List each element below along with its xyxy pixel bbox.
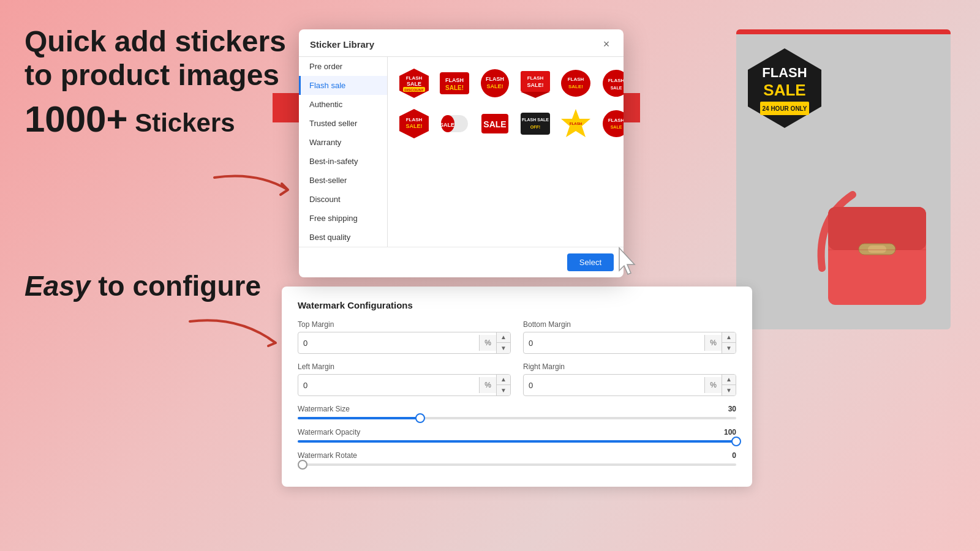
sticker-grid: FLASH SALE DISCOUNT FLASH SALE! FLASH SA…	[388, 57, 624, 247]
watermark-opacity-thumb[interactable]	[731, 437, 741, 446]
product-preview-red-bar	[736, 29, 951, 34]
top-margin-input[interactable]	[298, 335, 479, 351]
svg-text:FLASH SALE: FLASH SALE	[522, 118, 549, 122]
margin-left-right-row: Left Margin % ▲ ▼ Right Margin % ▲ ▼	[298, 362, 736, 396]
right-margin-unit: %	[704, 377, 722, 393]
handbag-illustration	[810, 158, 944, 323]
top-margin-field: Top Margin % ▲ ▼	[298, 320, 511, 354]
bottom-margin-field: Bottom Margin % ▲ ▼	[523, 320, 736, 354]
bottom-margin-input-wrap: % ▲ ▼	[523, 332, 736, 354]
category-item-bestquality[interactable]: Best quality	[299, 228, 387, 247]
sticker-11[interactable]: FLASH	[558, 106, 594, 141]
sticker-6[interactable]: FLASH SALE	[598, 66, 624, 101]
arrow-icon-1	[208, 165, 300, 202]
sticker-7[interactable]: FLASH SALE!	[396, 106, 432, 141]
svg-text:FLASH: FLASH	[406, 75, 423, 81]
watermark-rotate-field: Watermark Rotate 0	[298, 451, 736, 466]
svg-text:SALE!: SALE!	[568, 84, 583, 89]
sticker-5[interactable]: FLASH SALE!	[558, 66, 594, 101]
top-margin-stepper: ▲ ▼	[496, 332, 510, 353]
bottom-margin-decrement[interactable]: ▼	[722, 343, 736, 353]
category-item-freeshipping[interactable]: Free shipping	[299, 209, 387, 228]
watermark-rotate-track[interactable]	[298, 463, 736, 466]
svg-rect-18	[601, 68, 624, 99]
left-margin-input[interactable]	[298, 377, 479, 394]
svg-text:FLASH: FLASH	[762, 65, 807, 80]
left-margin-increment[interactable]: ▲	[497, 375, 510, 385]
category-item-trusted[interactable]: Trusted seller	[299, 114, 387, 133]
watermark-size-thumb[interactable]	[415, 413, 425, 423]
left-margin-stepper: ▲ ▼	[496, 375, 510, 395]
svg-text:SALE!: SALE!	[406, 123, 423, 129]
watermark-opacity-label: Watermark Opacity	[298, 428, 360, 437]
sticker-8[interactable]: SALE	[437, 106, 472, 141]
bottom-margin-increment[interactable]: ▲	[722, 332, 736, 343]
top-margin-label: Top Margin	[298, 320, 511, 329]
svg-rect-11	[521, 71, 550, 92]
watermark-opacity-fill	[298, 440, 736, 443]
arrow-icon-2	[184, 312, 294, 355]
left-margin-decrement[interactable]: ▼	[497, 385, 510, 395]
right-margin-stepper: ▲ ▼	[722, 375, 736, 395]
watermark-opacity-value: 100	[724, 428, 736, 437]
svg-marker-12	[521, 92, 550, 98]
right-margin-input[interactable]	[524, 377, 704, 394]
margin-top-bottom-row: Top Margin % ▲ ▼ Bottom Margin % ▲ ▼	[298, 320, 736, 354]
watermark-size-track[interactable]	[298, 417, 736, 419]
product-preview-panel: FLASH SALE 24 HOUR ONLY	[736, 29, 951, 329]
category-item-preorder[interactable]: Pre order	[299, 57, 387, 76]
close-button[interactable]: ×	[600, 38, 612, 50]
right-margin-field: Right Margin % ▲ ▼	[523, 362, 736, 396]
svg-text:SALE: SALE	[483, 119, 506, 129]
stickers-count: 1000+ Stickers	[24, 98, 294, 140]
bottom-margin-input[interactable]	[524, 335, 704, 351]
svg-text:FLASH: FLASH	[527, 75, 544, 81]
bottom-margin-stepper: ▲ ▼	[722, 332, 736, 353]
svg-text:24 HOUR ONLY: 24 HOUR ONLY	[763, 105, 807, 112]
svg-rect-29	[521, 113, 550, 135]
category-item-flashsale[interactable]: Flash sale	[299, 76, 387, 95]
svg-text:FLASH: FLASH	[486, 76, 504, 82]
top-margin-increment[interactable]: ▲	[497, 332, 510, 343]
watermark-opacity-track[interactable]	[298, 440, 736, 443]
watermark-rotate-thumb[interactable]	[298, 460, 307, 470]
right-margin-increment[interactable]: ▲	[722, 375, 736, 385]
headline: Quick add stickers to product images	[24, 24, 294, 92]
watermark-opacity-label-row: Watermark Opacity 100	[298, 428, 736, 437]
modal-body: Pre order Flash sale Authentic Trusted s…	[299, 57, 624, 247]
select-button[interactable]: Select	[567, 253, 614, 271]
sticker-10[interactable]: FLASH SALE OFF!	[518, 106, 553, 141]
category-item-discount[interactable]: Discount	[299, 190, 387, 209]
sticker-2[interactable]: FLASH SALE!	[437, 66, 472, 101]
category-item-warranty[interactable]: Warranty	[299, 133, 387, 152]
modal-header: Sticker Library ×	[299, 29, 624, 57]
left-text-area: Quick add stickers to product images 100…	[24, 24, 294, 140]
watermark-size-label-row: Watermark Size 30	[298, 405, 736, 413]
watermark-rotate-value: 0	[732, 451, 736, 460]
watermark-size-field: Watermark Size 30	[298, 405, 736, 419]
sticker-library-modal: Sticker Library × Pre order Flash sale A…	[299, 29, 624, 277]
svg-text:SALE: SALE	[407, 81, 421, 87]
top-margin-unit: %	[479, 335, 496, 351]
sticker-9[interactable]: SALE	[477, 106, 513, 141]
right-margin-decrement[interactable]: ▼	[722, 385, 736, 395]
sticker-12[interactable]: FLASH SALE	[598, 106, 624, 141]
top-margin-decrement[interactable]: ▼	[497, 343, 510, 353]
left-margin-field: Left Margin % ▲ ▼	[298, 362, 511, 396]
category-item-bestsafety[interactable]: Best-in-safety	[299, 152, 387, 171]
sticker-1[interactable]: FLASH SALE DISCOUNT	[396, 66, 432, 101]
svg-text:SALE: SALE	[611, 86, 622, 90]
svg-point-34	[602, 110, 624, 138]
easy-configure-text: Easy to configure	[24, 269, 261, 302]
category-item-bestseller[interactable]: Best-seller	[299, 171, 387, 190]
category-list: Pre order Flash sale Authentic Trusted s…	[299, 57, 388, 247]
svg-text:FLASH: FLASH	[608, 118, 624, 123]
sticker-4[interactable]: FLASH SALE!	[518, 66, 553, 101]
config-title: Watermark Configurations	[298, 300, 736, 310]
product-preview-inner: FLASH SALE 24 HOUR ONLY	[736, 34, 951, 329]
category-item-authentic[interactable]: Authentic	[299, 95, 387, 114]
svg-text:SALE: SALE	[611, 125, 622, 129]
sticker-3[interactable]: FLASH SALE!	[477, 66, 513, 101]
svg-text:FLASH: FLASH	[445, 77, 464, 83]
svg-rect-45	[868, 246, 886, 253]
